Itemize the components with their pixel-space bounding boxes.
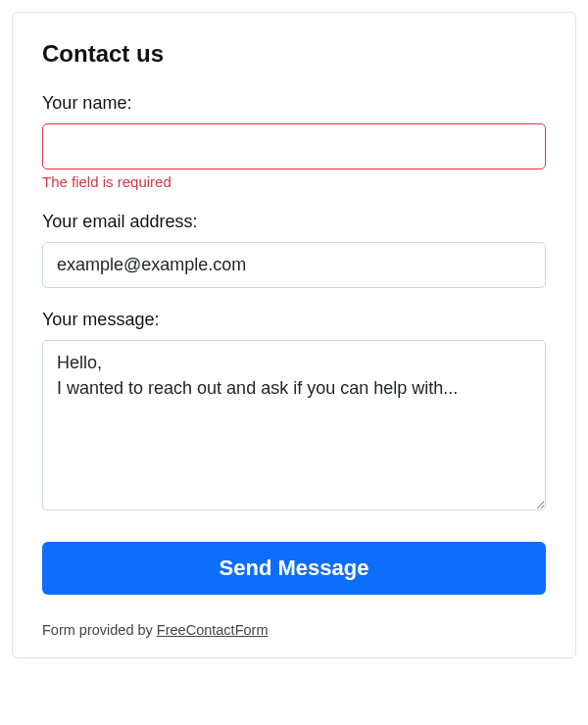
message-label: Your message: — [42, 310, 546, 330]
footer-link[interactable]: FreeContactForm — [157, 622, 269, 638]
form-footer: Form provided by FreeContactForm — [42, 622, 546, 638]
footer-prefix: Form provided by — [42, 622, 157, 638]
contact-form-card: Contact us Your name: The field is requi… — [12, 12, 576, 658]
name-label: Your name: — [42, 93, 546, 114]
email-label: Your email address: — [42, 212, 546, 232]
name-field-group: Your name: The field is required — [42, 93, 546, 190]
message-field-group: Your message: Hello, I wanted to reach o… — [42, 310, 546, 513]
send-message-button[interactable]: Send Message — [42, 542, 546, 595]
email-field-group: Your email address: — [42, 212, 546, 288]
name-error-text: The field is required — [42, 173, 546, 190]
form-title: Contact us — [42, 40, 546, 68]
email-input[interactable] — [42, 242, 546, 288]
message-textarea[interactable]: Hello, I wanted to reach out and ask if … — [42, 340, 546, 509]
name-input[interactable] — [42, 123, 546, 169]
